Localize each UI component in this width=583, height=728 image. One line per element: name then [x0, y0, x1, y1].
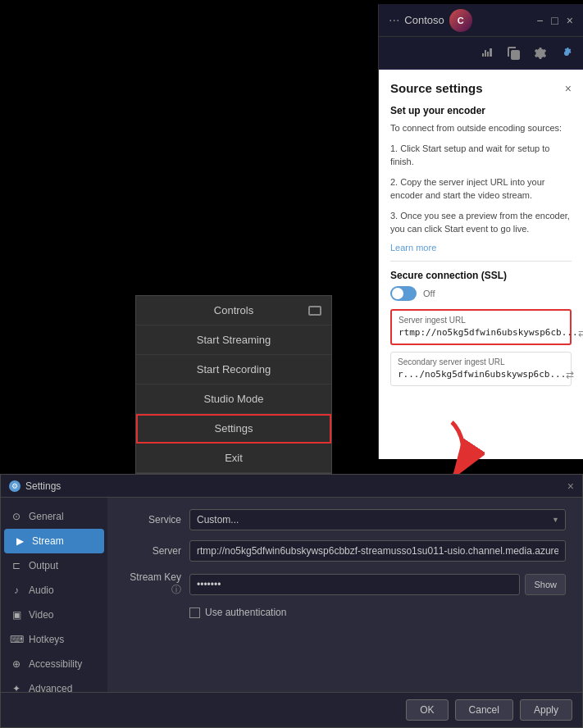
chart-icon[interactable] — [481, 47, 494, 60]
encoder-step1: 1. Click Start setup and wait for setup … — [390, 142, 572, 169]
server-url-row: rtmp://no5kg5dfwin6ubskywsp6cb... ⇄ — [399, 327, 563, 339]
stream-key-row: Stream Key ⓘ Show — [124, 571, 566, 597]
close-btn[interactable]: × — [567, 14, 573, 27]
server-ingest-url-box: Server ingest URL rtmp://no5kg5dfwin6ubs… — [390, 309, 572, 345]
nav-video[interactable]: ▣ Video — [1, 603, 107, 627]
exit-item[interactable]: Exit — [136, 444, 331, 473]
settings-titlebar-left: ⚙ Settings — [9, 480, 61, 492]
use-auth-row: Use authentication — [124, 607, 566, 618]
ssl-toggle-label: Off — [423, 289, 435, 298]
settings-dialog-title: Settings — [25, 480, 61, 492]
server-label: Server — [124, 545, 181, 557]
service-row: Service Custom... — [124, 509, 566, 530]
settings-icon-teams[interactable] — [534, 47, 547, 60]
teams-topbar-left: ··· Contoso C — [389, 9, 472, 32]
nav-advanced-label: Advanced — [29, 683, 72, 692]
ssl-toggle[interactable] — [390, 286, 417, 301]
controls-label: Controls — [214, 304, 253, 316]
apply-button[interactable]: Apply — [520, 699, 572, 721]
settings-footer: OK Cancel Apply — [1, 692, 582, 727]
stream-key-info-icon: ⓘ — [171, 584, 181, 595]
source-settings-content: Source settings × Set up your encoder To… — [379, 70, 583, 459]
ssl-section-title: Secure connection (SSL) — [390, 270, 572, 281]
nav-advanced[interactable]: ✦ Advanced — [1, 676, 107, 692]
source-settings-close-btn[interactable]: × — [565, 82, 572, 95]
secondary-url-label: Secondary server ingest URL — [398, 357, 564, 366]
nav-hotkeys[interactable]: ⌨ Hotkeys — [1, 627, 107, 652]
nav-general-label: General — [29, 511, 64, 522]
stream-key-input-row: Show — [189, 574, 566, 595]
teams-topbar: ··· Contoso C − □ × — [379, 4, 583, 37]
hotkeys-icon: ⌨ — [11, 634, 22, 645]
controls-menu: Controls Start Streaming Start Recording… — [135, 295, 332, 474]
teams-topbar-right: − □ × — [536, 14, 573, 27]
settings-titlebar-icon: ⚙ — [9, 480, 20, 492]
encoder-step2: 2. Copy the server inject URL into your … — [390, 175, 572, 202]
nav-accessibility[interactable]: ⊕ Accessibility — [1, 652, 107, 676]
nav-general[interactable]: ⊙ General — [1, 504, 107, 529]
server-url-copy-icon[interactable]: ⇄ — [578, 327, 583, 339]
secondary-url-box: Secondary server ingest URL r.../no5kg5d… — [390, 352, 572, 386]
secondary-url-row: r.../no5kg5dfwin6ubskywsp6cb... ⇄ — [398, 369, 564, 380]
settings-sidebar: ⊙ General ▶ Stream ⊏ Output ♪ Audio ▣ Vi… — [1, 498, 107, 692]
learn-more-link[interactable]: Learn more — [390, 243, 572, 253]
nav-output[interactable]: ⊏ Output — [1, 553, 107, 578]
settings-content: Service Custom... Server Stream Key ⓘ — [107, 498, 582, 692]
secondary-url-copy-icon[interactable]: ⇄ — [566, 369, 574, 380]
stream-icon: ▶ — [14, 535, 25, 547]
settings-item[interactable]: Settings — [136, 414, 331, 444]
maximize-btn[interactable]: □ — [551, 14, 558, 27]
teams-iconbar — [379, 37, 583, 70]
server-input[interactable] — [189, 540, 566, 562]
ok-button[interactable]: OK — [406, 699, 448, 721]
controls-menu-header: Controls — [136, 296, 331, 325]
nav-audio-label: Audio — [29, 585, 54, 596]
service-select-wrapper: Custom... — [189, 509, 566, 530]
nav-stream-label: Stream — [32, 535, 64, 547]
start-streaming-item[interactable]: Start Streaming — [136, 325, 331, 355]
source-settings-header: Source settings × — [390, 81, 572, 95]
nav-output-label: Output — [29, 560, 58, 571]
advanced-icon: ✦ — [11, 683, 22, 692]
start-recording-item[interactable]: Start Recording — [136, 355, 331, 384]
settings-titlebar: ⚙ Settings × — [1, 475, 582, 498]
ssl-row: Off — [390, 286, 572, 301]
show-stream-key-btn[interactable]: Show — [525, 574, 566, 595]
output-icon: ⊏ — [11, 560, 22, 571]
nav-video-label: Video — [29, 609, 53, 621]
dots-label: ··· — [389, 13, 399, 28]
nav-accessibility-label: Accessibility — [29, 658, 82, 670]
studio-mode-item[interactable]: Studio Mode — [136, 384, 331, 414]
audio-icon: ♪ — [11, 585, 22, 596]
monitor-icon — [308, 306, 321, 316]
teams-title: Contoso — [404, 14, 444, 26]
use-auth-checkbox[interactable] — [189, 607, 200, 618]
stream-key-label: Stream Key ⓘ — [124, 571, 181, 597]
nav-stream[interactable]: ▶ Stream — [4, 529, 104, 553]
cancel-button[interactable]: Cancel — [455, 699, 513, 721]
encoder-step3: 3. Once you see a preview from the encod… — [390, 209, 572, 236]
copy-icon[interactable] — [508, 47, 521, 60]
service-label: Service — [124, 514, 181, 526]
server-url-label: Server ingest URL — [399, 316, 563, 325]
minimize-btn[interactable]: − — [536, 14, 543, 27]
service-value: Custom... — [197, 514, 239, 526]
video-icon: ▣ — [11, 609, 22, 621]
source-settings-title: Source settings — [390, 81, 483, 95]
source-settings-panel: ··· Contoso C − □ × Source settings × Se… — [378, 4, 583, 459]
settings-dialog-close[interactable]: × — [567, 480, 574, 493]
nav-audio[interactable]: ♪ Audio — [1, 578, 107, 603]
section-divider — [390, 261, 572, 262]
nav-hotkeys-label: Hotkeys — [29, 634, 64, 645]
secondary-url-value: r.../no5kg5dfwin6ubskywsp6cb... — [398, 369, 566, 380]
gear-active-icon[interactable] — [560, 47, 573, 60]
use-auth-label: Use authentication — [205, 607, 286, 618]
encoder-section-title: Set up your encoder — [390, 105, 572, 116]
encoder-instructions: To connect from outside encoding sources… — [390, 121, 572, 135]
accessibility-icon: ⊕ — [11, 658, 22, 670]
server-row: Server — [124, 540, 566, 562]
stream-key-input[interactable] — [189, 574, 520, 595]
settings-dialog: ⚙ Settings × ⊙ General ▶ Stream ⊏ Output… — [0, 474, 583, 728]
teams-avatar: C — [449, 9, 472, 32]
service-select[interactable]: Custom... — [189, 509, 566, 530]
